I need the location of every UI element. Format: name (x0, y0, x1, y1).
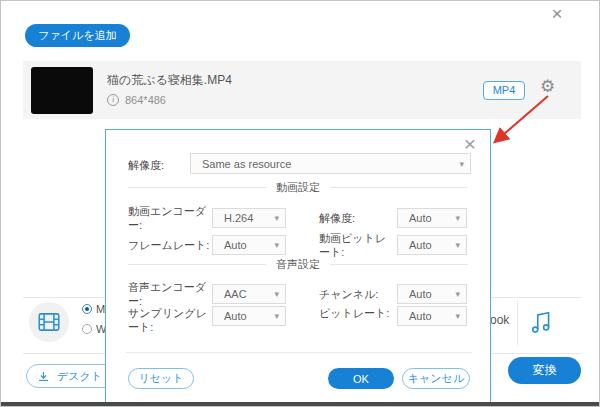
file-row[interactable]: 猫の荒ぶる寝相集.MP4 i 864*486 MP4 ⚙ (23, 61, 581, 119)
video-row-1: 動画エンコーダー: H.264 ▾ 解像度: Auto ▾ (128, 204, 469, 232)
radio-option-2[interactable]: W (82, 323, 106, 335)
audio-row-1: 音声エンコーダー: AAC ▾ チャンネル: Auto ▾ (128, 280, 469, 308)
channel-value: Auto (409, 288, 432, 300)
video-thumbnail (31, 67, 93, 114)
audio-encoder-value: AAC (224, 288, 247, 300)
video-encoder-label: 動画エンコーダー: (128, 204, 212, 232)
video-encoder-value: H.264 (224, 212, 253, 224)
app-window: ファイルを追加 × 猫の荒ぶる寝相集.MP4 i 864*486 MP4 ⚙ M (0, 0, 600, 407)
file-name: 猫の荒ぶる寝相集.MP4 (107, 72, 232, 89)
video-resolution-label: 解像度: (319, 211, 397, 225)
chevron-down-icon: ▾ (274, 311, 279, 321)
audio-encoder-label: 音声エンコーダー: (128, 280, 212, 308)
chevron-down-icon: ▾ (455, 240, 460, 250)
truncated-text: ook (490, 313, 509, 327)
chevron-down-icon: ▾ (459, 159, 464, 169)
info-icon: i (107, 94, 119, 106)
radio-option-1[interactable]: M (82, 303, 105, 315)
audio-section-header: 音声設定 (106, 257, 490, 272)
video-section-header: 動画設定 (106, 180, 490, 195)
dialog-separator (126, 352, 472, 353)
channel-label: チャンネル: (319, 287, 397, 301)
video-section-title: 動画設定 (276, 180, 320, 195)
audio-bitrate-select[interactable]: Auto ▾ (397, 306, 467, 326)
film-icon (29, 302, 69, 342)
ok-button[interactable]: OK (328, 368, 394, 389)
audio-bitrate-value: Auto (409, 310, 432, 322)
video-bitrate-select[interactable]: Auto ▾ (397, 235, 467, 255)
reset-button[interactable]: リセット (128, 368, 194, 389)
video-resolution-value: Auto (409, 212, 432, 224)
chevron-down-icon: ▾ (274, 213, 279, 223)
video-resolution-select[interactable]: Auto ▾ (397, 208, 467, 228)
gear-icon[interactable]: ⚙ (540, 76, 555, 97)
framerate-value: Auto (224, 239, 247, 251)
resolution-select[interactable]: Same as resource ▾ (190, 153, 471, 174)
desktop-button-label: デスクト (57, 369, 102, 384)
vertical-divider (517, 301, 518, 345)
resolution-select-value: Same as resource (202, 158, 291, 170)
format-badge[interactable]: MP4 (483, 81, 525, 100)
samplerate-value: Auto (224, 310, 247, 322)
samplerate-label: サンプリングレート: (128, 306, 212, 334)
video-encoder-select[interactable]: H.264 ▾ (212, 208, 286, 228)
convert-button[interactable]: 変換 (508, 357, 581, 384)
chevron-down-icon: ▾ (455, 289, 460, 299)
audio-row-2: サンプリングレート: Auto ▾ ビットレート: Auto ▾ (128, 306, 469, 334)
resolution-label: 解像度: (128, 158, 164, 173)
chevron-down-icon: ▾ (455, 213, 460, 223)
file-resolution: 864*486 (125, 94, 166, 106)
add-file-button[interactable]: ファイルを追加 (25, 24, 130, 47)
video-bitrate-value: Auto (409, 239, 432, 251)
samplerate-select[interactable]: Auto ▾ (212, 306, 286, 326)
audio-bitrate-label: ビットレート: (319, 306, 397, 320)
radio-selected-icon[interactable] (82, 304, 92, 314)
video-row-2: フレームレート: Auto ▾ 動画ビットレート: Auto ▾ (128, 231, 469, 259)
cancel-button[interactable]: キャンセル (402, 368, 470, 389)
chevron-down-icon: ▾ (274, 289, 279, 299)
channel-select[interactable]: Auto ▾ (397, 284, 467, 304)
chevron-down-icon: ▾ (455, 311, 460, 321)
music-note-icon[interactable] (528, 307, 554, 341)
video-bitrate-label: 動画ビットレート: (319, 231, 397, 259)
window-bottom-edge (1, 402, 599, 406)
framerate-select[interactable]: Auto ▾ (212, 235, 286, 255)
radio-option-1-label: M (96, 303, 105, 315)
window-close-icon[interactable]: × (546, 3, 568, 25)
chevron-down-icon: ▾ (274, 240, 279, 250)
framerate-label: フレームレート: (128, 238, 212, 252)
file-info: i 864*486 (107, 94, 166, 106)
audio-encoder-select[interactable]: AAC ▾ (212, 284, 286, 304)
download-icon (37, 370, 50, 383)
audio-section-title: 音声設定 (276, 257, 320, 272)
radio-unselected-icon[interactable] (82, 324, 92, 334)
settings-dialog: × 解像度: Same as resource ▾ 動画設定 動画エンコーダー:… (105, 129, 491, 404)
